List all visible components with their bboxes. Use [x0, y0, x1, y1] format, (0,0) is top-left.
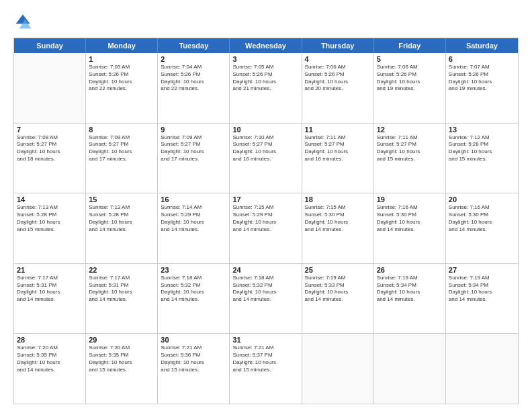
- cell-info: Sunrise: 7:06 AM Sunset: 5:26 PM Dayligh…: [305, 64, 371, 93]
- day-number: 14: [17, 195, 83, 203]
- calendar-cell-r3-c6: 27Sunrise: 7:19 AM Sunset: 5:34 PM Dayli…: [446, 264, 518, 334]
- calendar-cell-r4-c0: 28Sunrise: 7:20 AM Sunset: 5:35 PM Dayli…: [14, 334, 86, 404]
- day-number: 3: [232, 55, 298, 63]
- header-day-wednesday: Wednesday: [230, 38, 302, 53]
- calendar-cell-r2-c4: 18Sunrise: 7:15 AM Sunset: 5:30 PM Dayli…: [302, 193, 374, 263]
- calendar-cell-r4-c6: [446, 334, 518, 404]
- header-day-tuesday: Tuesday: [158, 38, 230, 53]
- cell-info: Sunrise: 7:15 AM Sunset: 5:30 PM Dayligh…: [305, 204, 371, 233]
- calendar-cell-r0-c1: 1Sunrise: 7:03 AM Sunset: 5:26 PM Daylig…: [86, 53, 158, 123]
- calendar-cell-r3-c3: 24Sunrise: 7:18 AM Sunset: 5:32 PM Dayli…: [230, 264, 302, 334]
- header-day-friday: Friday: [374, 38, 446, 53]
- cell-info: Sunrise: 7:20 AM Sunset: 5:35 PM Dayligh…: [89, 345, 154, 373]
- cell-info: Sunrise: 7:14 AM Sunset: 5:29 PM Dayligh…: [161, 204, 226, 233]
- calendar: SundayMondayTuesdayWednesdayThursdayFrid…: [13, 38, 519, 404]
- cell-info: Sunrise: 7:16 AM Sunset: 5:30 PM Dayligh…: [377, 204, 443, 233]
- calendar-cell-r1-c1: 8Sunrise: 7:09 AM Sunset: 5:27 PM Daylig…: [86, 124, 158, 193]
- calendar-cell-r1-c6: 13Sunrise: 7:12 AM Sunset: 5:28 PM Dayli…: [446, 124, 518, 193]
- calendar-cell-r2-c6: 20Sunrise: 7:16 AM Sunset: 5:30 PM Dayli…: [446, 193, 518, 263]
- calendar-cell-r0-c3: 3Sunrise: 7:05 AM Sunset: 5:26 PM Daylig…: [230, 53, 302, 123]
- cell-info: Sunrise: 7:17 AM Sunset: 5:31 PM Dayligh…: [17, 275, 83, 304]
- day-number: 1: [89, 55, 154, 63]
- day-number: 22: [89, 266, 154, 274]
- calendar-row-2: 14Sunrise: 7:13 AM Sunset: 5:28 PM Dayli…: [14, 193, 518, 263]
- day-number: 31: [232, 336, 298, 344]
- day-number: 26: [377, 266, 443, 274]
- cell-info: Sunrise: 7:09 AM Sunset: 5:27 PM Dayligh…: [89, 134, 154, 163]
- cell-info: Sunrise: 7:11 AM Sunset: 5:27 PM Dayligh…: [377, 134, 443, 163]
- day-number: 13: [449, 126, 515, 134]
- cell-info: Sunrise: 7:19 AM Sunset: 5:34 PM Dayligh…: [377, 275, 443, 304]
- calendar-cell-r0-c6: 6Sunrise: 7:07 AM Sunset: 5:26 PM Daylig…: [446, 53, 518, 123]
- calendar-row-3: 21Sunrise: 7:17 AM Sunset: 5:31 PM Dayli…: [14, 263, 518, 334]
- day-number: 21: [17, 266, 83, 274]
- calendar-cell-r2-c5: 19Sunrise: 7:16 AM Sunset: 5:30 PM Dayli…: [374, 193, 446, 263]
- calendar-cell-r4-c1: 29Sunrise: 7:20 AM Sunset: 5:35 PM Dayli…: [86, 334, 158, 404]
- logo-icon: [13, 12, 32, 31]
- cell-info: Sunrise: 7:21 AM Sunset: 5:36 PM Dayligh…: [161, 345, 226, 373]
- day-number: 9: [161, 126, 226, 134]
- day-number: 2: [161, 55, 226, 63]
- calendar-cell-r3-c1: 22Sunrise: 7:17 AM Sunset: 5:31 PM Dayli…: [86, 264, 158, 334]
- day-number: 28: [17, 336, 83, 344]
- cell-info: Sunrise: 7:19 AM Sunset: 5:34 PM Dayligh…: [449, 275, 515, 304]
- calendar-cell-r4-c4: [302, 334, 374, 404]
- svg-marker-0: [16, 15, 30, 24]
- header-day-monday: Monday: [86, 38, 158, 53]
- day-number: 16: [161, 195, 226, 203]
- calendar-cell-r2-c2: 16Sunrise: 7:14 AM Sunset: 5:29 PM Dayli…: [158, 193, 230, 263]
- calendar-cell-r0-c2: 2Sunrise: 7:04 AM Sunset: 5:26 PM Daylig…: [158, 53, 230, 123]
- day-number: 10: [232, 126, 298, 134]
- cell-info: Sunrise: 7:12 AM Sunset: 5:28 PM Dayligh…: [449, 134, 515, 163]
- day-number: 4: [305, 55, 371, 63]
- cell-info: Sunrise: 7:18 AM Sunset: 5:32 PM Dayligh…: [232, 275, 298, 304]
- calendar-cell-r3-c2: 23Sunrise: 7:18 AM Sunset: 5:32 PM Dayli…: [158, 264, 230, 334]
- day-number: 18: [305, 195, 371, 203]
- cell-info: Sunrise: 7:06 AM Sunset: 5:26 PM Dayligh…: [377, 64, 443, 93]
- day-number: 24: [232, 266, 298, 274]
- day-number: 17: [232, 195, 298, 203]
- day-number: 5: [377, 55, 443, 63]
- calendar-cell-r3-c0: 21Sunrise: 7:17 AM Sunset: 5:31 PM Dayli…: [14, 264, 86, 334]
- cell-info: Sunrise: 7:15 AM Sunset: 5:29 PM Dayligh…: [232, 204, 298, 233]
- cell-info: Sunrise: 7:13 AM Sunset: 5:28 PM Dayligh…: [89, 204, 154, 233]
- cell-info: Sunrise: 7:20 AM Sunset: 5:35 PM Dayligh…: [17, 345, 83, 373]
- day-number: 20: [449, 195, 515, 203]
- page: SundayMondayTuesdayWednesdayThursdayFrid…: [0, 0, 532, 411]
- cell-info: Sunrise: 7:21 AM Sunset: 5:37 PM Dayligh…: [232, 345, 298, 373]
- header-day-saturday: Saturday: [446, 38, 518, 53]
- day-number: 29: [89, 336, 154, 344]
- calendar-cell-r1-c2: 9Sunrise: 7:09 AM Sunset: 5:27 PM Daylig…: [158, 124, 230, 193]
- calendar-row-1: 7Sunrise: 7:08 AM Sunset: 5:27 PM Daylig…: [14, 123, 518, 193]
- calendar-cell-r1-c4: 11Sunrise: 7:11 AM Sunset: 5:27 PM Dayli…: [302, 124, 374, 193]
- day-number: 11: [305, 126, 371, 134]
- cell-info: Sunrise: 7:04 AM Sunset: 5:26 PM Dayligh…: [161, 64, 226, 93]
- calendar-cell-r0-c5: 5Sunrise: 7:06 AM Sunset: 5:26 PM Daylig…: [374, 53, 446, 123]
- calendar-cell-r0-c0: [14, 53, 86, 123]
- cell-info: Sunrise: 7:05 AM Sunset: 5:26 PM Dayligh…: [232, 64, 298, 93]
- header-day-thursday: Thursday: [302, 38, 374, 53]
- cell-info: Sunrise: 7:16 AM Sunset: 5:30 PM Dayligh…: [449, 204, 515, 233]
- calendar-cell-r2-c1: 15Sunrise: 7:13 AM Sunset: 5:28 PM Dayli…: [86, 193, 158, 263]
- cell-info: Sunrise: 7:13 AM Sunset: 5:28 PM Dayligh…: [17, 204, 83, 233]
- cell-info: Sunrise: 7:03 AM Sunset: 5:26 PM Dayligh…: [89, 64, 154, 93]
- calendar-cell-r4-c5: [374, 334, 446, 404]
- calendar-cell-r1-c5: 12Sunrise: 7:11 AM Sunset: 5:27 PM Dayli…: [374, 124, 446, 193]
- calendar-cell-r1-c0: 7Sunrise: 7:08 AM Sunset: 5:27 PM Daylig…: [14, 124, 86, 193]
- calendar-cell-r1-c3: 10Sunrise: 7:10 AM Sunset: 5:27 PM Dayli…: [230, 124, 302, 193]
- calendar-cell-r3-c5: 26Sunrise: 7:19 AM Sunset: 5:34 PM Dayli…: [374, 264, 446, 334]
- cell-info: Sunrise: 7:07 AM Sunset: 5:26 PM Dayligh…: [449, 64, 515, 93]
- day-number: 23: [161, 266, 226, 274]
- cell-info: Sunrise: 7:19 AM Sunset: 5:33 PM Dayligh…: [305, 275, 371, 304]
- cell-info: Sunrise: 7:10 AM Sunset: 5:27 PM Dayligh…: [232, 134, 298, 163]
- calendar-row-0: 1Sunrise: 7:03 AM Sunset: 5:26 PM Daylig…: [14, 53, 518, 123]
- calendar-cell-r2-c0: 14Sunrise: 7:13 AM Sunset: 5:28 PM Dayli…: [14, 193, 86, 263]
- calendar-cell-r0-c4: 4Sunrise: 7:06 AM Sunset: 5:26 PM Daylig…: [302, 53, 374, 123]
- day-number: 25: [305, 266, 371, 274]
- cell-info: Sunrise: 7:17 AM Sunset: 5:31 PM Dayligh…: [89, 275, 154, 304]
- cell-info: Sunrise: 7:08 AM Sunset: 5:27 PM Dayligh…: [17, 134, 83, 163]
- day-number: 15: [89, 195, 154, 203]
- logo: [13, 12, 35, 31]
- day-number: 7: [17, 126, 83, 134]
- calendar-cell-r2-c3: 17Sunrise: 7:15 AM Sunset: 5:29 PM Dayli…: [230, 193, 302, 263]
